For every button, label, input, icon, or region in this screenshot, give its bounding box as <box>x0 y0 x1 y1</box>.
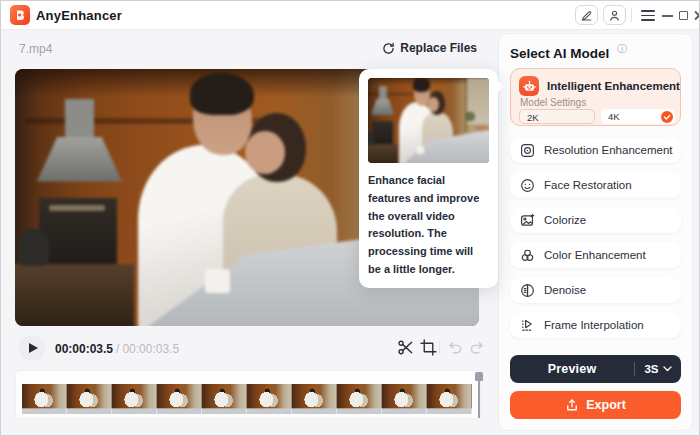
ai-model-panel: Select AI Model ⓘ Intelligent Enhancemen… <box>498 33 693 431</box>
export-label: Export <box>586 398 626 412</box>
filmstrip-frame <box>382 384 427 414</box>
model-label: Frame Interpolation <box>544 319 644 331</box>
replace-icon <box>382 42 395 55</box>
model-denoise[interactable]: Denoise <box>510 277 681 303</box>
resolution-enhancement-icon <box>520 143 535 158</box>
play-button[interactable] <box>19 335 45 361</box>
filmstrip-frame <box>292 384 337 414</box>
minimize-button[interactable] <box>662 15 673 17</box>
app-logo-icon <box>10 5 30 25</box>
filmstrip-frame <box>247 384 292 414</box>
filmstrip-frame <box>67 384 112 414</box>
model-tooltip: Enhance facial features and improve the … <box>359 69 498 288</box>
filmstrip-frame <box>22 384 67 414</box>
app-window: AnyEnhancer 7.mp4 Replace Files <box>0 0 700 436</box>
current-time: 00:00:03.5 <box>55 342 113 356</box>
app-title: AnyEnhancer <box>36 8 122 23</box>
chevron-down-icon <box>663 366 672 372</box>
filmstrip-frame <box>157 384 202 414</box>
export-button[interactable]: Export <box>510 391 681 419</box>
title-bar: AnyEnhancer <box>1 1 699 30</box>
model-resolution-enhancement[interactable]: Resolution Enhancement <box>510 137 681 163</box>
filmstrip-frame <box>427 384 472 414</box>
undo-icon[interactable] <box>447 339 464 356</box>
filmstrip-frame <box>202 384 247 414</box>
preview-label: Preview <box>510 362 634 376</box>
play-icon <box>29 343 38 353</box>
trim-scissors-icon[interactable] <box>397 339 414 356</box>
info-icon[interactable]: ⓘ <box>617 42 627 56</box>
panel-title: Select AI Model <box>510 46 609 61</box>
controls-divider <box>439 341 440 354</box>
model-label: Face Restoration <box>544 179 632 191</box>
video-filename: 7.mp4 <box>19 42 52 56</box>
timeline-filmstrip[interactable] <box>15 370 481 419</box>
export-icon <box>565 398 579 412</box>
time-display: 00:00:03.5/00:00:03.5 <box>55 342 179 356</box>
preview-duration-dropdown[interactable]: 3S <box>635 363 681 375</box>
colorize-icon <box>520 213 535 228</box>
edit-pen-button[interactable] <box>575 5 598 25</box>
frame-interpolation-icon <box>520 318 535 333</box>
resolution-option-2k[interactable]: 2K <box>519 109 595 124</box>
model-name: Intelligent Enhancement <box>547 80 680 92</box>
crop-icon[interactable] <box>420 339 437 356</box>
total-duration: 00:00:03.5 <box>122 342 179 356</box>
model-intelligent-enhancement[interactable]: Intelligent Enhancement Model Settings 2… <box>510 68 681 126</box>
menu-icon[interactable] <box>641 10 655 21</box>
tooltip-description: Enhance facial features and improve the … <box>368 172 489 279</box>
playhead-handle[interactable] <box>475 372 483 418</box>
resolution-2k-label: 2K <box>527 112 539 123</box>
replace-files-button[interactable]: Replace Files <box>382 41 477 55</box>
close-button[interactable] <box>693 10 700 21</box>
model-frame-interpolation[interactable]: Frame Interpolation <box>510 312 681 338</box>
model-label: Color Enhancement <box>544 249 646 261</box>
denoise-icon <box>520 283 535 298</box>
model-label: Resolution Enhancement <box>544 144 673 156</box>
color-enhancement-icon <box>520 248 535 263</box>
filmstrip-frame <box>337 384 382 414</box>
resolution-option-4k[interactable]: 4K <box>601 109 675 124</box>
redo-icon[interactable] <box>468 339 485 356</box>
robot-icon <box>519 76 539 96</box>
model-color-enhancement[interactable]: Color Enhancement <box>510 242 681 268</box>
titlebar-divider <box>631 8 632 22</box>
preview-duration-value: 3S <box>644 363 658 375</box>
filmstrip-frame <box>112 384 157 414</box>
model-label: Denoise <box>544 284 586 296</box>
resolution-4k-label: 4K <box>608 111 620 122</box>
check-icon <box>661 111 673 123</box>
time-separator: / <box>116 342 119 356</box>
model-settings-label: Model Settings <box>520 97 586 108</box>
model-face-restoration[interactable]: Face Restoration <box>510 172 681 198</box>
tooltip-thumbnail <box>368 78 489 163</box>
face-restoration-icon <box>520 178 535 193</box>
preview-button[interactable]: Preview 3S <box>510 355 681 383</box>
filmstrip-thumbnails <box>22 384 472 414</box>
model-colorize[interactable]: Colorize <box>510 207 681 233</box>
maximize-button[interactable] <box>679 11 688 20</box>
replace-files-label: Replace Files <box>400 41 477 55</box>
model-label: Colorize <box>544 214 586 226</box>
account-button[interactable] <box>603 5 626 25</box>
